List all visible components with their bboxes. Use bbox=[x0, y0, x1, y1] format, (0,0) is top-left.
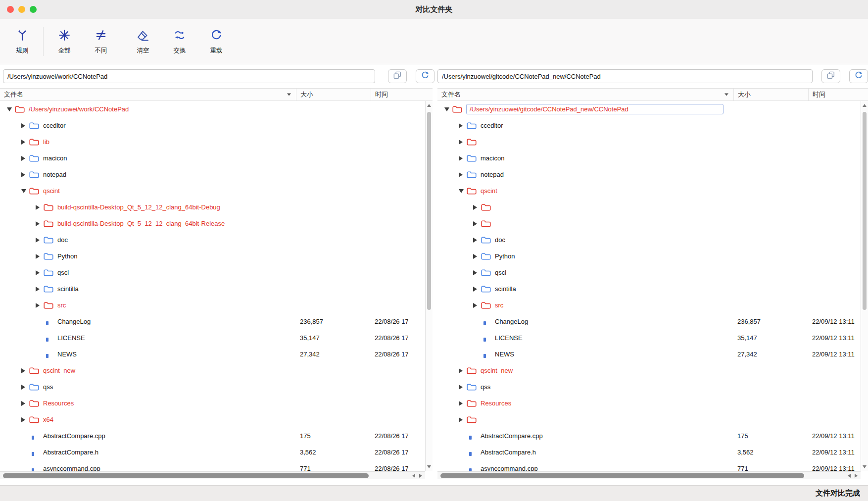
expand-arrow-icon[interactable] bbox=[21, 172, 29, 178]
tree-row[interactable]: qscint_new bbox=[437, 362, 861, 379]
expand-arrow-icon[interactable] bbox=[21, 139, 29, 145]
expand-arrow-icon[interactable] bbox=[473, 253, 481, 259]
scrollbar-thumb[interactable] bbox=[427, 112, 431, 310]
tree-row[interactable]: Python bbox=[0, 248, 425, 264]
tree-row[interactable]: AbstractCompare.cpp17522/09/12 13:11 bbox=[437, 428, 861, 444]
expand-arrow-icon[interactable] bbox=[473, 302, 481, 308]
tree-row[interactable]: qss bbox=[0, 379, 425, 395]
collapse-arrow-icon[interactable] bbox=[459, 188, 467, 194]
tree-row[interactable]: LICENSE35,14722/08/26 17:36 bbox=[0, 330, 425, 346]
collapse-arrow-icon[interactable] bbox=[7, 106, 15, 112]
expand-arrow-icon[interactable] bbox=[459, 401, 467, 406]
scroll-left-icon[interactable] bbox=[412, 474, 415, 478]
left-copy-path-button[interactable] bbox=[388, 69, 407, 83]
right-copy-path-button[interactable] bbox=[821, 69, 840, 83]
zoom-button[interactable] bbox=[30, 6, 37, 13]
tree-row[interactable]: Resources bbox=[437, 395, 861, 411]
left-vertical-scrollbar[interactable] bbox=[425, 101, 433, 471]
tree-row[interactable]: ChangeLog236,85722/08/26 17:36 bbox=[0, 313, 425, 330]
toolbar-reload-button[interactable]: 重载 bbox=[198, 28, 235, 55]
tree-row[interactable] bbox=[437, 134, 861, 150]
left-path-input[interactable] bbox=[3, 69, 375, 83]
expand-arrow-icon[interactable] bbox=[21, 155, 29, 161]
tree-row[interactable]: build-qscintilla-Desktop_Qt_5_12_12_clan… bbox=[0, 215, 425, 232]
column-header-name[interactable]: 文件名 bbox=[0, 89, 296, 100]
tree-row[interactable] bbox=[437, 199, 861, 215]
expand-arrow-icon[interactable] bbox=[473, 221, 481, 227]
tree-row[interactable]: macicon bbox=[437, 150, 861, 166]
expand-arrow-icon[interactable] bbox=[473, 270, 481, 276]
expand-arrow-icon[interactable] bbox=[36, 221, 44, 227]
tree-row[interactable]: asynccommand.cpp77122/08/26 17:36 bbox=[0, 460, 425, 471]
tree-row[interactable]: cceditor bbox=[0, 117, 425, 134]
column-header-time[interactable]: 时间 bbox=[371, 89, 433, 100]
tree-row[interactable]: qss bbox=[437, 379, 861, 395]
expand-arrow-icon[interactable] bbox=[473, 286, 481, 292]
expand-arrow-icon[interactable] bbox=[36, 204, 44, 210]
tree-row[interactable]: AbstractCompare.cpp17522/08/26 17:36 bbox=[0, 428, 425, 444]
tree-row[interactable]: scintilla bbox=[437, 281, 861, 297]
tree-row[interactable]: qsci bbox=[437, 264, 861, 281]
expand-arrow-icon[interactable] bbox=[36, 237, 44, 243]
tree-row[interactable]: NEWS27,34222/08/26 17:36 bbox=[0, 346, 425, 362]
tree-row[interactable]: NEWS27,34222/09/12 13:11 bbox=[437, 346, 861, 362]
tree-row[interactable]: macicon bbox=[0, 150, 425, 166]
collapse-arrow-icon[interactable] bbox=[21, 188, 29, 194]
expand-arrow-icon[interactable] bbox=[36, 270, 44, 276]
scroll-left-icon[interactable] bbox=[848, 474, 851, 478]
column-header-name[interactable]: 文件名 bbox=[437, 89, 733, 100]
tree-row[interactable]: scintilla bbox=[0, 281, 425, 297]
expand-arrow-icon[interactable] bbox=[36, 286, 44, 292]
scrollbar-thumb[interactable] bbox=[440, 473, 804, 478]
tree-row[interactable]: qscint_new bbox=[0, 362, 425, 379]
toolbar-rules-button[interactable]: 规则 bbox=[4, 28, 41, 55]
expand-arrow-icon[interactable] bbox=[21, 401, 29, 406]
scrollbar-thumb[interactable] bbox=[3, 473, 369, 478]
expand-arrow-icon[interactable] bbox=[21, 417, 29, 423]
tree-row[interactable]: /Users/yinzuowei/gitcode/CCNotePad_new/C… bbox=[437, 101, 861, 117]
tree-row[interactable] bbox=[437, 215, 861, 232]
expand-arrow-icon[interactable] bbox=[36, 253, 44, 259]
column-header-time[interactable]: 时间 bbox=[808, 89, 868, 100]
tree-row[interactable]: src bbox=[437, 297, 861, 313]
expand-arrow-icon[interactable] bbox=[21, 123, 29, 129]
expand-arrow-icon[interactable] bbox=[459, 123, 467, 129]
toolbar-all-button[interactable]: 全部 bbox=[46, 28, 83, 55]
tree-row[interactable]: Resources bbox=[0, 395, 425, 411]
tree-row[interactable]: Python bbox=[437, 248, 861, 264]
expand-arrow-icon[interactable] bbox=[459, 384, 467, 390]
right-vertical-scrollbar[interactable] bbox=[861, 101, 868, 471]
tree-row[interactable]: x64 bbox=[0, 411, 425, 428]
expand-arrow-icon[interactable] bbox=[459, 417, 467, 423]
close-button[interactable] bbox=[7, 6, 14, 13]
scroll-up-icon[interactable] bbox=[427, 104, 431, 107]
tree-row[interactable]: ChangeLog236,85722/09/12 13:11 bbox=[437, 313, 861, 330]
right-refresh-button[interactable] bbox=[849, 69, 868, 83]
tree-row[interactable]: doc bbox=[437, 232, 861, 248]
right-horizontal-scrollbar[interactable] bbox=[437, 471, 861, 479]
left-horizontal-scrollbar[interactable] bbox=[0, 471, 425, 479]
toolbar-swap-button[interactable]: 交换 bbox=[161, 28, 198, 55]
scroll-right-icon[interactable] bbox=[855, 474, 858, 478]
scrollbar-thumb[interactable] bbox=[863, 112, 867, 310]
tree-row[interactable]: /Users/yinzuowei/work/CCNotePad bbox=[0, 101, 425, 117]
collapse-arrow-icon[interactable] bbox=[444, 106, 452, 112]
expand-arrow-icon[interactable] bbox=[459, 172, 467, 178]
tree-row[interactable]: notepad bbox=[0, 166, 425, 183]
tree-row[interactable]: build-qscintilla-Desktop_Qt_5_12_12_clan… bbox=[0, 199, 425, 215]
tree-row[interactable]: doc bbox=[0, 232, 425, 248]
tree-row[interactable]: AbstractCompare.h3,56222/08/26 17:36 bbox=[0, 444, 425, 460]
tree-row[interactable]: qscint bbox=[0, 183, 425, 199]
expand-arrow-icon[interactable] bbox=[473, 204, 481, 210]
expand-arrow-icon[interactable] bbox=[459, 368, 467, 374]
tree-row[interactable]: cceditor bbox=[437, 117, 861, 134]
scroll-down-icon[interactable] bbox=[427, 465, 431, 468]
column-header-size[interactable]: 大小 bbox=[733, 89, 808, 100]
right-path-input[interactable] bbox=[437, 69, 813, 83]
tree-row[interactable]: qsci bbox=[0, 264, 425, 281]
expand-arrow-icon[interactable] bbox=[459, 155, 467, 161]
tree-row[interactable]: LICENSE35,14722/09/12 13:11 bbox=[437, 330, 861, 346]
scroll-right-icon[interactable] bbox=[419, 474, 422, 478]
column-header-size[interactable]: 大小 bbox=[296, 89, 371, 100]
expand-arrow-icon[interactable] bbox=[21, 368, 29, 374]
